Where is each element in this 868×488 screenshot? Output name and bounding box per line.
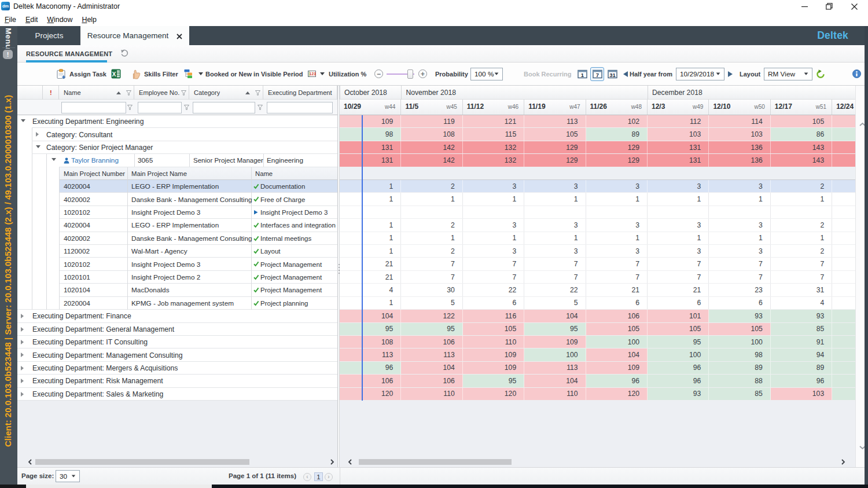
hscroll-thumb[interactable] — [35, 459, 249, 465]
layout-select[interactable]: RM View — [764, 63, 812, 85]
timeline-cell[interactable]: 105 — [648, 323, 709, 335]
calendar-day-button[interactable]: 1 — [575, 63, 589, 85]
timeline-cell[interactable]: 98 — [340, 128, 401, 140]
column-filter-icon[interactable] — [255, 90, 260, 96]
name-filter-input[interactable] — [61, 102, 126, 113]
executing-department-filter-input[interactable] — [267, 102, 333, 113]
expand-icon[interactable] — [21, 353, 24, 357]
current-page[interactable]: 1 — [314, 472, 323, 481]
timeline-row[interactable]: 131142132129129131136143 — [340, 154, 868, 167]
timeline-cell[interactable]: 108 — [340, 336, 401, 348]
timeline-hscroll-track[interactable] — [356, 459, 836, 465]
grid-row[interactable]: Executing Department: Finance — [17, 310, 337, 322]
timeline-cell[interactable]: 106 — [586, 310, 648, 322]
refresh-button[interactable] — [816, 63, 825, 85]
timeline-hscroll-left-arrow[interactable] — [345, 457, 355, 467]
timeline-cell[interactable]: 100 — [709, 336, 770, 348]
timeline-cell[interactable]: 23 — [709, 284, 770, 296]
timeline-cell[interactable]: 110 — [463, 336, 524, 348]
page-size-select[interactable]: 30 — [56, 470, 80, 482]
timeline-cell[interactable]: 3 — [586, 245, 648, 257]
timeline-cell[interactable]: 114 — [709, 115, 770, 127]
timeline-cell[interactable] — [401, 206, 462, 218]
timeline-cell[interactable]: 105 — [463, 323, 524, 335]
timeline-cell[interactable]: 7 — [771, 271, 832, 283]
expand-icon[interactable] — [21, 366, 24, 370]
timeline-cell[interactable]: 105 — [586, 323, 648, 335]
timeline-cell[interactable]: 1 — [648, 232, 709, 244]
menu-item-edit[interactable]: Edit — [21, 13, 42, 26]
timeline-row[interactable]: 95951059510510510585 — [340, 323, 868, 336]
zoom-in-button[interactable]: + — [418, 63, 427, 85]
tab-projects[interactable]: Projects — [17, 26, 81, 45]
period-select[interactable]: 10/29/2018 — [676, 63, 724, 85]
timeline-cell[interactable]: 110 — [524, 388, 586, 400]
period-next-button[interactable] — [728, 63, 733, 85]
column-header-col-alert[interactable]: ! — [43, 86, 59, 100]
calendar-month-button[interactable]: 31 — [605, 63, 619, 85]
slider-handle[interactable] — [407, 69, 413, 79]
timeline-cell[interactable]: 3 — [463, 219, 524, 231]
number-display-button[interactable]: 123 — [308, 63, 325, 85]
timeline-cell[interactable]: 106 — [340, 375, 401, 387]
week-header[interactable]: 11/26w48 — [586, 100, 648, 115]
grid-row[interactable]: Main Project NumberMain Project NameName — [17, 167, 337, 180]
timeline-cell[interactable] — [340, 206, 401, 218]
timeline-cell[interactable]: 91 — [771, 336, 832, 348]
timeline-cell[interactable]: 143 — [771, 141, 832, 153]
timeline-cell[interactable] — [648, 206, 709, 218]
timeline-cell[interactable]: 113 — [340, 348, 401, 361]
timeline-cell[interactable]: 3 — [463, 245, 524, 257]
menu-item-help[interactable]: Help — [77, 13, 101, 26]
grid-row[interactable]: 1020102Insight Project Demo 3Project Man… — [17, 258, 337, 270]
hscroll-left-arrow[interactable] — [25, 457, 35, 467]
timeline-row[interactable]: 1081061101091009510091 — [340, 336, 868, 348]
timeline-cell[interactable]: 143 — [771, 154, 832, 166]
grid-row[interactable]: 2020004KPMG - Job management systemProje… — [17, 297, 337, 310]
expand-icon[interactable] — [21, 379, 24, 383]
restore-button[interactable] — [821, 0, 838, 13]
timeline-cell[interactable]: 95 — [340, 323, 401, 335]
timeline-cell[interactable]: 3 — [586, 180, 648, 192]
grid-row[interactable]: 4020002Danske Bank - Management Consulti… — [17, 193, 337, 206]
timeline-cell[interactable]: 129 — [586, 141, 648, 153]
expand-icon[interactable] — [21, 340, 24, 344]
timeline-row[interactable] — [340, 206, 868, 219]
timeline-cell[interactable]: 85 — [709, 388, 770, 400]
timeline-row[interactable]: 12333332 — [340, 180, 868, 193]
timeline-cell[interactable]: 2 — [771, 219, 832, 231]
collapse-icon[interactable] — [21, 119, 25, 122]
timeline-row[interactable]: 109119121113102112114105 — [340, 115, 868, 128]
timeline-cell[interactable]: 88 — [709, 375, 770, 387]
timeline-cell[interactable]: 7 — [771, 258, 832, 270]
timeline-cell[interactable]: 89 — [771, 362, 832, 374]
timeline-cell[interactable]: 3 — [709, 245, 770, 257]
timeline-cell[interactable]: 5 — [401, 297, 462, 309]
collapse-icon[interactable] — [52, 158, 56, 161]
timeline-cell[interactable]: 3 — [524, 180, 586, 192]
timeline-cell[interactable]: 21 — [586, 284, 648, 296]
timeline-cell[interactable]: 96 — [771, 375, 832, 387]
timeline-row[interactable]: 1041221161041061019393 — [340, 310, 868, 322]
column-header-col-name[interactable]: Name — [59, 86, 134, 100]
timeline-cell[interactable]: 6 — [463, 297, 524, 309]
timeline-cell[interactable]: 2 — [401, 180, 462, 192]
timeline-cell[interactable]: 7 — [709, 258, 770, 270]
week-header[interactable]: 12/3w49 — [648, 100, 709, 115]
timeline-cell[interactable] — [771, 206, 832, 218]
booking-mode-button[interactable]: Booked or New in Visible Period — [184, 63, 203, 85]
timeline-cell[interactable]: 6 — [709, 297, 770, 309]
week-header[interactable]: 10/29w44 — [340, 100, 401, 115]
tab-resource-management[interactable]: Resource Management — [80, 26, 189, 45]
timeline-row[interactable] — [340, 167, 868, 180]
timeline-cell[interactable]: 1 — [524, 193, 586, 205]
timeline-cell[interactable]: 4 — [771, 297, 832, 309]
timeline-cell[interactable]: 85 — [771, 323, 832, 335]
timeline-cell[interactable]: 94 — [771, 348, 832, 361]
timeline-cell[interactable]: 1 — [709, 232, 770, 244]
timeline-cell[interactable]: 1 — [340, 219, 401, 231]
utilization-slider[interactable] — [387, 63, 414, 85]
timeline-cell[interactable]: 105 — [524, 128, 586, 140]
timeline-cell[interactable]: 136 — [709, 154, 770, 166]
timeline-row[interactable]: 981081151058910310386 — [340, 128, 868, 141]
